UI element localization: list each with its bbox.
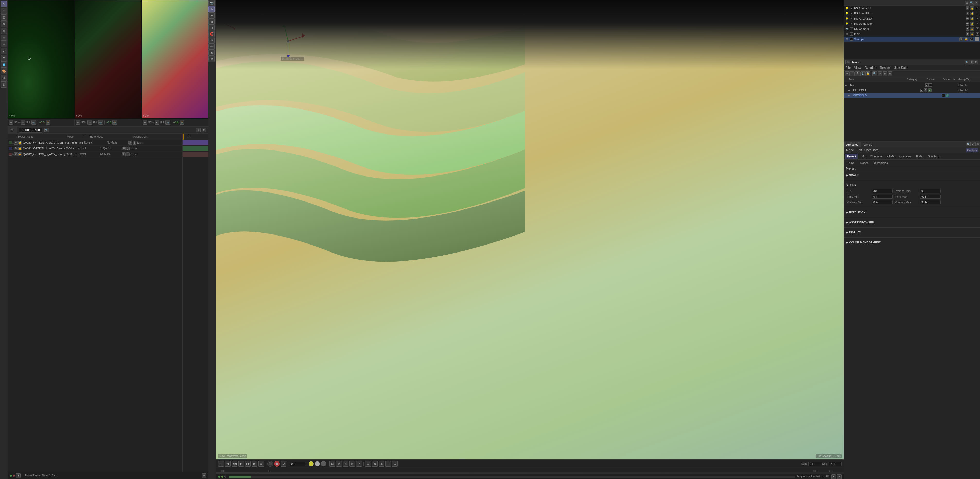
rect-select-btn[interactable]: ▭ <box>1 35 7 41</box>
layer-1-vis-btn[interactable]: 👁 <box>14 141 18 145</box>
takes-search-btn-2[interactable]: 🔍 <box>872 71 877 76</box>
dome-vis-check[interactable] <box>976 22 979 25</box>
vp3-snapshot-btn[interactable]: 📸 <box>180 120 184 125</box>
attr-search-btn[interactable]: 🔍 <box>966 142 971 146</box>
move-tool-btn[interactable]: ✛ <box>1 8 7 14</box>
asset-browser-section-header[interactable]: ▶ ASSET BROWSER <box>846 220 978 225</box>
vp3-view-btn[interactable]: ▾ <box>155 120 159 125</box>
scene-obj-rim[interactable]: 💡 RS Area RIM 👁 🔒 <box>844 6 980 11</box>
color-indicator-3[interactable] <box>321 461 326 466</box>
takes-row-option-a[interactable]: ▶ OPTION A ⚙ ✓ Objects <box>844 88 980 93</box>
sweeps-check[interactable] <box>850 38 853 41</box>
rs-area-rim-check[interactable] <box>850 7 853 10</box>
record-all-btn[interactable]: ⊕ <box>281 461 286 467</box>
status-settings-btn-2[interactable]: ≡ <box>202 473 207 478</box>
vp1-settings-btn[interactable]: ≡ <box>9 120 13 125</box>
inner-tab-xrefs[interactable]: XRefs <box>884 153 897 159</box>
transform-tool-btn[interactable]: ⊠ <box>1 28 7 34</box>
takes-close-btn[interactable]: ✕ <box>845 60 850 64</box>
takes-opt-a-icon-btn[interactable]: ⚙ <box>924 88 928 92</box>
scene-obj-key[interactable]: 💡 RS AREA KEY 👁 🔒 <box>844 16 980 21</box>
sweeps-lock-btn[interactable]: 🔒 <box>964 37 968 41</box>
timemin-input[interactable] <box>872 195 893 199</box>
timeline-track-area[interactable] <box>183 140 208 472</box>
takes-expand-btn-2[interactable]: ⊞ <box>883 71 887 76</box>
rs-dome-check[interactable] <box>850 22 853 25</box>
attr-edit-btn[interactable]: Edit <box>856 148 863 152</box>
display-section-header[interactable]: ▶ DISPLAY <box>846 230 978 235</box>
vp1-view-btn[interactable]: ▾ <box>21 120 25 125</box>
sweeps-color-swatch[interactable] <box>975 37 979 41</box>
timeline-expand-btn[interactable]: ⊞ <box>202 128 207 133</box>
layer-1-mode[interactable]: Normal <box>84 141 100 144</box>
key-lock-btn[interactable]: 🔒 <box>970 17 974 20</box>
prev-frame-btn[interactable]: ◀ <box>225 461 231 467</box>
vp3d-filter-btn[interactable]: ⊛ <box>208 37 215 43</box>
takes-filter-btn[interactable]: ⊛ <box>878 71 882 76</box>
layer-row-3[interactable]: 3 👁 🔒 QA312_OPTION_B_AOV_Beauty0000.exr … <box>8 151 183 157</box>
record-active-btn[interactable]: ⚫ <box>267 461 273 467</box>
status-close-btn[interactable]: ▼ <box>837 474 842 479</box>
sweeps-vis-check[interactable] <box>970 38 973 41</box>
track-2-bar[interactable] <box>183 146 208 151</box>
plain-eye-btn[interactable]: 👁 <box>966 32 969 36</box>
layer-3-mode[interactable]: Normal <box>78 153 93 155</box>
plain-lock-btn[interactable]: 🔒 <box>970 32 974 36</box>
takes-opt-a-check[interactable] <box>920 89 923 92</box>
tab-layers[interactable]: Layers <box>861 142 875 147</box>
vp2-settings-btn[interactable]: ≡ <box>76 120 80 125</box>
key-eye-btn[interactable]: 👁 <box>966 17 969 20</box>
cam-vis-check[interactable] <box>976 27 979 30</box>
vp2-view-btn[interactable]: ▾ <box>88 120 92 125</box>
key-next-btn[interactable]: ▷ <box>350 461 355 467</box>
view-mode-3-btn[interactable]: ⊞ <box>379 461 384 467</box>
play-back-btn[interactable]: ◀◀ <box>232 461 237 467</box>
track-1-bar[interactable] <box>183 140 208 145</box>
rotate-tool-btn[interactable]: ↻ <box>1 21 7 27</box>
play-forward-btn[interactable]: ▶▶ <box>245 461 251 467</box>
layer-1-lock-btn[interactable]: 🔒 <box>18 141 22 145</box>
takes-add-btn[interactable]: + <box>845 71 850 76</box>
plain-check[interactable] <box>850 32 853 35</box>
tab-attributes[interactable]: Attributes <box>844 142 861 147</box>
timemax-input[interactable] <box>920 195 940 199</box>
takes-menu-file[interactable]: File <box>845 66 851 70</box>
vp3d-view-btn[interactable]: ⊙ <box>208 6 215 12</box>
layer-2-vis-btn[interactable]: 👁 <box>14 147 18 150</box>
vp1-cam-btn[interactable]: 📷 <box>32 120 36 125</box>
takes-main-expand[interactable]: ▶ <box>845 84 849 86</box>
key-vis-check[interactable] <box>976 17 979 20</box>
pen-tool-btn[interactable]: ✒ <box>1 54 7 61</box>
sub-tab-xparticles[interactable]: X-Particles <box>872 160 890 166</box>
execution-section-header[interactable]: ▶ EXECUTION <box>846 209 978 215</box>
select-tool-btn[interactable]: ↖ <box>1 1 7 7</box>
takes-menu-render[interactable]: Render <box>879 66 891 70</box>
inner-tab-bullet[interactable]: Bullet <box>914 153 926 159</box>
scene-obj-plain[interactable]: ⊞ Plain 👁 🔒 <box>844 32 980 37</box>
paint-tool-btn[interactable]: 🖌 <box>1 48 7 54</box>
timeline-search-btn[interactable]: 🔍 <box>44 128 49 133</box>
rs-area-key-check[interactable] <box>850 17 853 20</box>
track-3-bar[interactable] <box>183 152 208 156</box>
color-indicator-1[interactable] <box>309 461 314 466</box>
brush-tool-btn[interactable]: ✏ <box>1 41 7 48</box>
timeline-tab[interactable]: ⏱ <box>8 126 17 134</box>
scene-view-btn[interactable]: ⊞ <box>964 0 969 5</box>
view-mode-4-btn[interactable]: ◫ <box>385 461 391 467</box>
viewport-top-left[interactable]: ● 0.0 <box>8 0 75 118</box>
attr-settings-btn[interactable]: ⚙ <box>971 142 975 146</box>
sweeps-eye-btn[interactable]: 👁 <box>959 37 963 41</box>
attr-custom-label[interactable]: Custom <box>966 148 978 152</box>
layer-3-lock-btn[interactable]: 🔒 <box>18 152 22 156</box>
vp3d-snap-btn[interactable]: 🧲 <box>208 31 215 37</box>
vp2-snapshot-btn[interactable]: 📸 <box>113 120 117 125</box>
scene-obj-camera[interactable]: 📷 RS Camera 👁 🔒 <box>844 26 980 32</box>
vp1-snapshot-btn[interactable]: 📸 <box>46 120 50 125</box>
rim-lock-btn[interactable]: 🔒 <box>970 6 974 10</box>
color-mgmt-section-header[interactable]: ▶ COLOR MANAGEMENT <box>846 240 978 245</box>
status-expand-btn[interactable]: ▲ <box>831 474 836 479</box>
takes-menu-override[interactable]: Override <box>864 66 877 70</box>
plain-vis-check[interactable] <box>976 32 979 35</box>
rim-vis-check[interactable] <box>976 7 979 10</box>
view-mode-2-btn[interactable]: ⊠ <box>372 461 377 467</box>
